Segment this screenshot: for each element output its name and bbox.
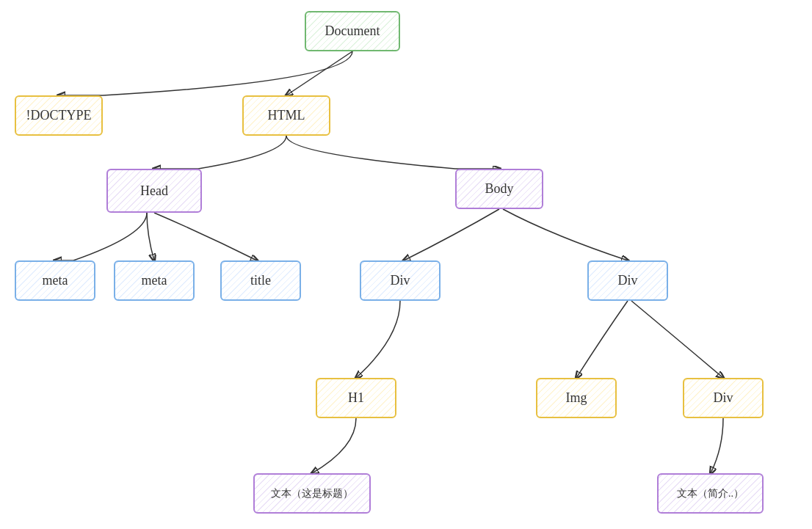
- node-meta1: meta: [15, 260, 95, 301]
- node-doctype-label: !DOCTYPE: [26, 108, 92, 123]
- node-div3: Div: [683, 378, 764, 418]
- node-text2-label: 文本（简介..）: [677, 487, 744, 500]
- node-body-label: Body: [485, 181, 513, 197]
- node-html-label: HTML: [268, 108, 305, 123]
- node-div1: Div: [360, 260, 441, 301]
- dom-tree: Document !DOCTYPE HTML Head Body meta me…: [0, 0, 812, 529]
- node-text1: 文本（这是标题）: [253, 473, 371, 514]
- node-html: HTML: [242, 95, 330, 136]
- node-img-label: Img: [566, 390, 587, 406]
- node-h1: H1: [316, 378, 396, 418]
- node-div2-label: Div: [618, 273, 638, 288]
- node-div2: Div: [587, 260, 668, 301]
- node-h1-label: H1: [348, 390, 364, 406]
- node-document-label: Document: [325, 23, 380, 39]
- node-document: Document: [305, 11, 400, 51]
- node-head: Head: [106, 169, 202, 213]
- node-doctype: !DOCTYPE: [15, 95, 103, 136]
- node-div1-label: Div: [391, 273, 410, 288]
- node-div3-label: Div: [714, 390, 733, 406]
- node-body: Body: [455, 169, 543, 209]
- node-title-label: title: [250, 273, 271, 288]
- node-meta2-label: meta: [142, 273, 167, 288]
- node-meta1-label: meta: [43, 273, 68, 288]
- node-text1-label: 文本（这是标题）: [271, 487, 353, 500]
- node-title: title: [220, 260, 301, 301]
- node-img: Img: [536, 378, 617, 418]
- node-head-label: Head: [140, 183, 168, 199]
- node-text2: 文本（简介..）: [657, 473, 764, 514]
- node-meta2: meta: [114, 260, 195, 301]
